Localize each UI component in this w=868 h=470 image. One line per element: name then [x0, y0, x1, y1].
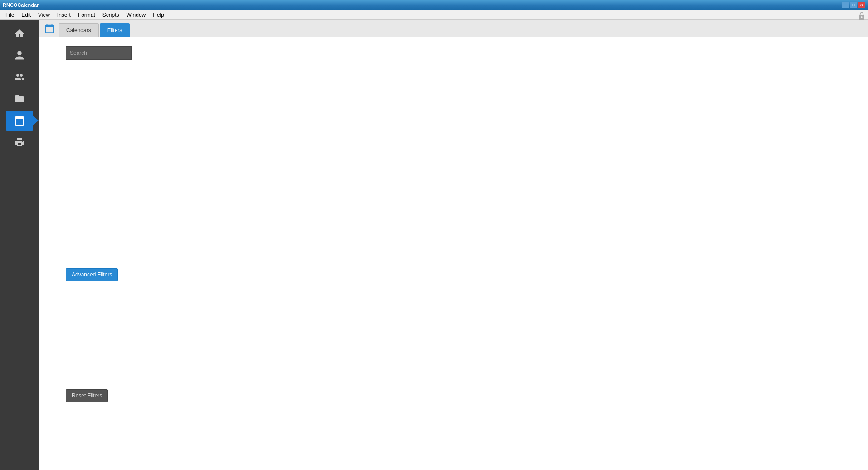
menu-help[interactable]: Help — [149, 11, 168, 19]
menu-bar: File Edit View Insert Format Scripts Win… — [0, 10, 868, 20]
reset-filters-button[interactable]: Reset Filters — [66, 389, 108, 402]
sidebar-item-home[interactable] — [6, 24, 33, 44]
sidebar — [0, 20, 39, 470]
sidebar-arrow — [33, 116, 39, 125]
window-controls: — □ ✕ — [842, 2, 865, 8]
minimize-button[interactable]: — — [842, 2, 849, 8]
menu-file[interactable]: File — [2, 11, 18, 19]
menu-scripts[interactable]: Scripts — [99, 11, 123, 19]
menu-insert[interactable]: Insert — [54, 11, 74, 19]
menu-view[interactable]: View — [34, 11, 54, 19]
sidebar-item-calendar[interactable] — [6, 111, 33, 131]
menu-edit[interactable]: Edit — [18, 11, 34, 19]
content-area: Advanced Filters Reset Filters — [39, 37, 868, 470]
title-bar: RNCOCalendar — □ ✕ — [0, 0, 868, 10]
advanced-filters-button[interactable]: Advanced Filters — [66, 268, 118, 281]
sidebar-item-print[interactable] — [6, 132, 33, 152]
app-body: Calendars Filters Advanced Filters Reset… — [0, 20, 868, 470]
search-input[interactable] — [66, 46, 132, 60]
tab-calendars[interactable]: Calendars — [59, 23, 99, 37]
maximize-button[interactable]: □ — [850, 2, 857, 8]
sidebar-item-folder[interactable] — [6, 89, 33, 109]
close-button[interactable]: ✕ — [858, 2, 865, 8]
tab-calendar-icon — [42, 21, 57, 36]
lock-icon — [855, 10, 868, 24]
tab-bar: Calendars Filters — [39, 20, 868, 37]
app-title: RNCOCalendar — [3, 2, 39, 8]
tab-filters[interactable]: Filters — [100, 23, 130, 37]
sidebar-item-person[interactable] — [6, 45, 33, 65]
sidebar-item-group[interactable] — [6, 67, 33, 87]
main-content: Calendars Filters Advanced Filters Reset… — [39, 20, 868, 470]
menu-window[interactable]: Window — [123, 11, 150, 19]
menu-format[interactable]: Format — [74, 11, 99, 19]
